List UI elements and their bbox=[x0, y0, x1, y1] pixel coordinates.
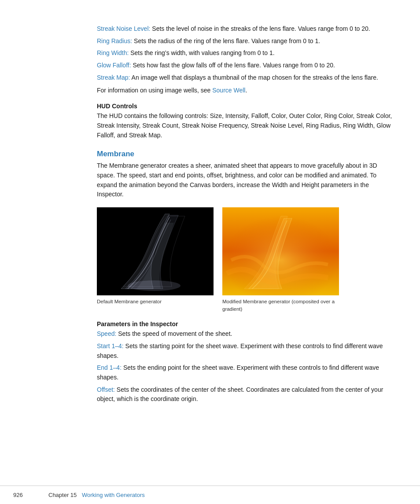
ring-width-desc: Sets the ring’s width, with values rangi… bbox=[129, 49, 274, 56]
footer-bar: 926 Chapter 15 Working with Generators bbox=[0, 486, 420, 504]
speed-param: Speed: Sets the speed of movement of the… bbox=[97, 329, 394, 339]
ring-radius-desc: Sets the radius of the ring of the lens … bbox=[132, 37, 320, 44]
membrane-intro: The Membrane generator creates a sheer, … bbox=[97, 161, 394, 199]
offset-param: Offset: Sets the coordinates of the cent… bbox=[97, 385, 394, 404]
image-block-left: Default Membrane generator bbox=[97, 207, 214, 313]
streak-noise-level-term: Streak Noise Level: bbox=[97, 25, 150, 32]
end-param: End 1–4: Sets the ending point for the s… bbox=[97, 363, 394, 382]
speed-term: Speed: bbox=[97, 330, 116, 337]
hud-text: The HUD contains the following controls:… bbox=[97, 111, 394, 140]
end-term: End 1–4: bbox=[97, 364, 122, 371]
ring-width-term: Ring Width: bbox=[97, 49, 129, 56]
source-well-link[interactable]: Source Well bbox=[212, 87, 245, 94]
end-desc: Sets the ending point for the sheet wave… bbox=[97, 364, 379, 381]
ring-width-param: Ring Width: Sets the ring’s width, with … bbox=[97, 48, 394, 58]
membrane-dark-image bbox=[97, 207, 214, 295]
ring-radius-param: Ring Radius: Sets the radius of the ring… bbox=[97, 37, 394, 46]
start-param: Start 1–4: Sets the starting point for t… bbox=[97, 342, 394, 361]
image-wells-note: For information on using image wells, se… bbox=[97, 86, 394, 96]
membrane-images: Default Membrane generator bbox=[97, 207, 394, 313]
start-term: Start 1–4: bbox=[97, 342, 124, 349]
streak-map-term: Streak Map: bbox=[97, 74, 130, 81]
streak-noise-level-param: Streak Noise Level: Sets the level of no… bbox=[97, 24, 394, 34]
glow-falloff-param: Glow Falloff: Sets how fast the glow fal… bbox=[97, 61, 394, 70]
page-number: 926 bbox=[13, 492, 40, 498]
inspector-heading: Parameters in the Inspector bbox=[97, 320, 394, 327]
image-left-caption: Default Membrane generator bbox=[97, 298, 214, 305]
page-container: Streak Noise Level: Sets the level of no… bbox=[0, 0, 420, 504]
hud-heading: HUD Controls bbox=[97, 103, 394, 110]
start-desc: Sets the starting point for the sheet wa… bbox=[97, 342, 383, 359]
offset-desc: Sets the coordinates of the center of th… bbox=[97, 386, 383, 403]
speed-desc: Sets the speed of movement of the sheet. bbox=[116, 330, 232, 337]
content-area: Streak Noise Level: Sets the level of no… bbox=[97, 0, 394, 433]
streak-map-param: Streak Map: An image well that displays … bbox=[97, 73, 394, 83]
chapter-link[interactable]: Working with Generators bbox=[82, 492, 145, 498]
membrane-title: Membrane bbox=[97, 150, 394, 158]
streak-noise-level-desc: Sets the level of noise in the streaks o… bbox=[150, 25, 370, 32]
streak-map-desc: An image well that displays a thumbnail … bbox=[130, 74, 378, 81]
footer-chapter: Chapter 15 Working with Generators bbox=[48, 492, 145, 498]
glow-falloff-term: Glow Falloff: bbox=[97, 62, 131, 69]
image-block-right: Modified Membrane generator (composited … bbox=[222, 207, 339, 313]
membrane-orange-image bbox=[222, 207, 339, 295]
ring-radius-term: Ring Radius: bbox=[97, 37, 132, 44]
glow-falloff-desc: Sets how fast the glow falls off of the … bbox=[131, 62, 335, 69]
image-right-caption: Modified Membrane generator (composited … bbox=[222, 298, 339, 313]
offset-term: Offset: bbox=[97, 386, 115, 393]
chapter-label: Chapter 15 bbox=[48, 492, 77, 498]
